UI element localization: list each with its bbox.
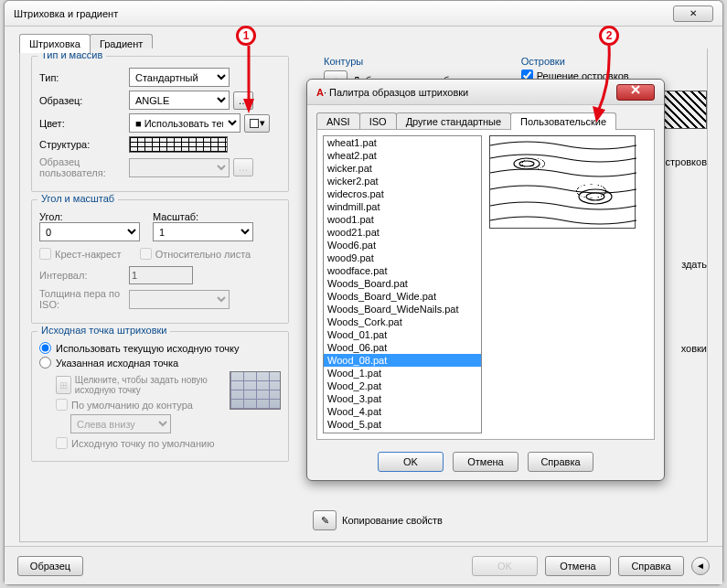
pick-origin-button: ⊞	[56, 376, 71, 394]
structure-swatch	[129, 136, 228, 153]
list-item[interactable]: wheat1.pat	[324, 136, 481, 149]
palette-preview-area	[489, 135, 648, 433]
iso-select	[129, 290, 230, 309]
palette-title: Палитра образцов штриховки	[329, 87, 468, 98]
tab-other-standard[interactable]: Другие стандартные	[396, 112, 511, 130]
dialog-titlebar: Штриховка и градиент ✕	[5, 1, 722, 27]
list-item[interactable]: Woods_Cork.pat	[324, 315, 481, 328]
list-item[interactable]: wheat2.pat	[324, 149, 481, 162]
sample-button[interactable]: Образец	[17, 556, 83, 576]
create-text-frag: здать	[681, 259, 707, 270]
palette-close-button[interactable]	[616, 84, 655, 101]
palette-cancel-button[interactable]: Отмена	[453, 452, 519, 472]
close-button[interactable]: ✕	[673, 5, 713, 22]
left-column: Тип и массив Тип: Стандартный Образец: A…	[20, 48, 300, 541]
interval-label: Интервал:	[39, 270, 125, 281]
arrow-1	[241, 46, 260, 121]
list-item[interactable]: Wood_5.pat	[324, 418, 481, 431]
palette-ok-button[interactable]: OK	[378, 452, 444, 472]
origin-corner-select: Слева внизу	[70, 414, 171, 433]
pattern-label: Образец:	[39, 95, 125, 106]
list-item[interactable]: widecros.pat	[324, 187, 481, 200]
palette-help-button[interactable]: Справка	[528, 452, 593, 472]
color-select[interactable]: ■ Использовать теку	[129, 113, 241, 133]
svg-point-2	[579, 189, 612, 204]
svg-point-0	[514, 158, 540, 169]
list-item[interactable]: wood9.pat	[324, 251, 481, 264]
origin-click-hint: Щелкните, чтобы задать новую исходную то…	[75, 375, 224, 395]
list-item[interactable]: wood1.pat	[324, 213, 481, 226]
cancel-button[interactable]: Отмена	[545, 556, 611, 576]
hatch-text-frag: ховки	[681, 343, 707, 354]
structure-label: Структура:	[39, 139, 125, 150]
list-item[interactable]: Wood_3.pat	[324, 392, 481, 405]
help-button[interactable]: Справка	[618, 556, 684, 576]
angle-label: Угол:	[39, 211, 149, 222]
pattern-select[interactable]: ANGLE	[129, 91, 230, 110]
list-item[interactable]: Wood_4.pat	[324, 405, 481, 418]
origin-preview	[230, 371, 281, 410]
tab-hatch[interactable]: Штриховка	[19, 34, 91, 53]
cross-checkbox: Крест-накрест	[39, 248, 122, 260]
callout-1: 1	[236, 26, 256, 46]
list-item[interactable]: Wood_1.pat	[324, 367, 481, 380]
scale-label: Масштаб:	[153, 211, 253, 222]
contours-title: Контуры	[324, 56, 466, 67]
list-item[interactable]: Wood6.pat	[324, 239, 481, 251]
origin-specified-radio[interactable]: Указанная исходная точка	[39, 357, 281, 369]
origin-group: Исходная точка штриховки Использовать те…	[31, 331, 289, 462]
list-item[interactable]: woodface.pat	[324, 264, 481, 277]
userpat-browse-button: …	[233, 158, 253, 176]
list-item[interactable]: Wood_Glu-LamBeam.pat	[324, 431, 481, 433]
tab-ansi[interactable]: ANSI	[316, 112, 360, 130]
default-to-contour-checkbox: По умолчанию до контура	[56, 399, 224, 411]
list-item[interactable]: Wood_2.pat	[324, 380, 481, 392]
palette-dialog: A· Палитра образцов штриховки ANSI ISO Д…	[306, 79, 665, 481]
list-item[interactable]: Woods_Board_Wide.pat	[324, 290, 481, 303]
type-select[interactable]: Стандартный	[129, 68, 230, 87]
angle-scale-group: Угол и масштаб Угол: 0 Масштаб: 1 Крест-…	[31, 199, 289, 324]
arrow-2	[591, 46, 618, 130]
list-item[interactable]: wicker.pat	[324, 162, 481, 175]
interval-input	[129, 266, 193, 284]
expand-button[interactable]: ◄	[691, 557, 710, 575]
svg-point-3	[586, 193, 604, 200]
save-default-origin-checkbox: Исходную точку по умолчанию	[56, 437, 224, 449]
pattern-list[interactable]: wheat1.patwheat2.patwicker.patwicker2.pa…	[323, 135, 482, 433]
tab-iso[interactable]: ISO	[359, 112, 397, 130]
color-label: Цвет:	[39, 118, 125, 129]
list-item[interactable]: Wood_01.pat	[324, 328, 481, 341]
iso-label: Толщина пера поISO:	[39, 288, 125, 310]
origin-current-radio[interactable]: Использовать текущую исходную точку	[39, 342, 281, 354]
list-item[interactable]: Woods_Board_WideNails.pat	[324, 303, 481, 315]
list-item[interactable]: wood21.pat	[324, 226, 481, 239]
origin-title: Исходная точка штриховки	[37, 325, 170, 336]
list-item[interactable]: Woods_Board.pat	[324, 277, 481, 290]
main-footer: Образец OK Отмена Справка ◄	[5, 546, 722, 584]
pattern-preview	[489, 135, 636, 229]
angle-scale-title: Угол и масштаб	[37, 193, 118, 204]
copy-properties-button[interactable]: ✎	[313, 510, 337, 530]
ok-button: OK	[472, 556, 538, 576]
userpat-label: Образецпользователя:	[39, 156, 125, 178]
islands-text-frag: островков	[659, 156, 707, 167]
list-item[interactable]: windmill.pat	[324, 200, 481, 213]
svg-point-1	[519, 161, 534, 166]
list-item[interactable]: Wood_08.pat	[324, 354, 481, 367]
palette-body: wheat1.patwheat2.patwicker.patwicker2.pa…	[316, 129, 655, 440]
type-label: Тип:	[39, 72, 125, 83]
angle-select[interactable]: 0	[39, 222, 140, 241]
scale-select[interactable]: 1	[153, 222, 253, 241]
dialog-title: Штриховка и градиент	[14, 1, 118, 27]
relative-sheet-checkbox: Относительно листа	[140, 248, 251, 260]
userpat-select	[129, 158, 230, 177]
list-item[interactable]: wicker2.pat	[324, 175, 481, 187]
palette-footer: OK Отмена Справка	[307, 444, 664, 480]
copy-properties-label: Копирование свойств	[342, 515, 443, 526]
callout-2: 2	[599, 26, 619, 46]
list-item[interactable]: Wood_06.pat	[324, 341, 481, 354]
